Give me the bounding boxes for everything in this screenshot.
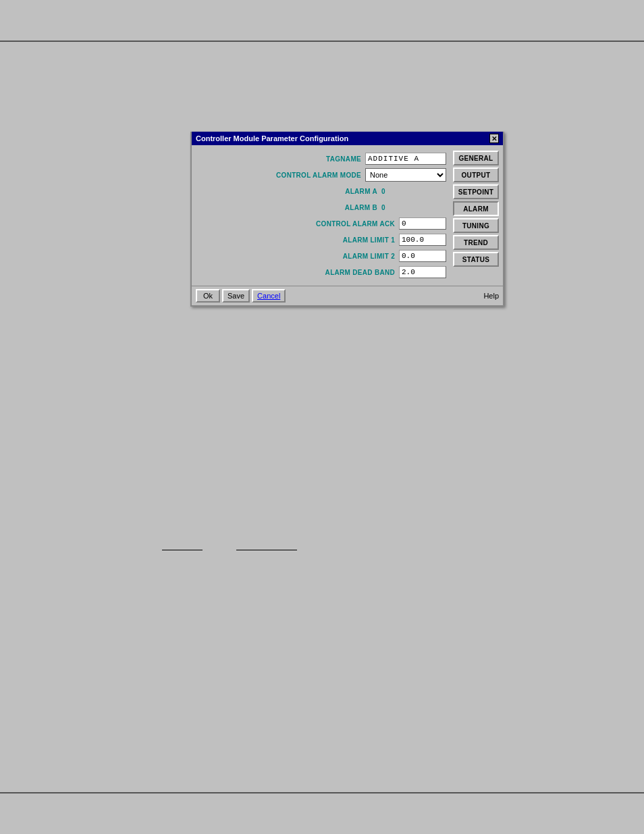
bottom-left-buttons: Ok Save Cancel	[196, 289, 286, 303]
alarm-limit-1-label: ALARM LIMIT 1	[343, 236, 395, 244]
tab-general[interactable]: GENERAL	[453, 151, 499, 165]
help-button[interactable]: Help	[483, 292, 499, 300]
alarm-limit-2-input[interactable]	[399, 250, 446, 262]
title-bar: Controller Module Parameter Configuratio…	[192, 132, 503, 145]
alarm-a-label: ALARM A	[345, 188, 377, 195]
alarm-dead-band-row: ALARM DEAD BAND	[198, 265, 446, 279]
tab-setpoint[interactable]: SETPOINT	[453, 184, 499, 199]
alarm-dead-band-label: ALARM DEAD BAND	[325, 269, 395, 276]
control-alarm-ack-label: CONTROL ALARM ACK	[316, 220, 395, 228]
tab-status[interactable]: STATUS	[453, 252, 499, 267]
tab-trend[interactable]: TREND	[453, 235, 499, 250]
control-alarm-mode-row: CONTROL ALARM MODE None High Low High-Hi…	[198, 168, 446, 182]
control-alarm-ack-row: CONTROL ALARM ACK	[198, 217, 446, 230]
tab-tuning[interactable]: TUNING	[453, 218, 499, 233]
tagname-label: TAGNAME	[326, 155, 361, 163]
tab-buttons-area: GENERAL OUTPUT SETPOINT ALARM TUNING TRE…	[453, 149, 499, 282]
dialog-bottom-bar: Ok Save Cancel Help	[192, 286, 503, 305]
underline-1	[162, 550, 203, 550]
alarm-limit-2-row: ALARM LIMIT 2	[198, 249, 446, 263]
alarm-dead-band-input[interactable]	[399, 266, 446, 278]
control-alarm-mode-label: CONTROL ALARM MODE	[276, 172, 361, 179]
alarm-limit-2-label: ALARM LIMIT 2	[343, 253, 395, 260]
bottom-border	[0, 792, 644, 793]
tagname-row: TAGNAME	[198, 152, 446, 165]
tab-alarm[interactable]: ALARM	[453, 201, 499, 216]
control-alarm-ack-input[interactable]	[399, 217, 446, 230]
alarm-b-row: ALARM B 0	[198, 201, 446, 214]
alarm-b-label: ALARM B	[345, 204, 377, 211]
tagname-input[interactable]	[365, 153, 446, 165]
control-alarm-mode-select[interactable]: None High Low High-High Low-Low	[365, 168, 446, 182]
top-border	[0, 41, 644, 42]
save-button[interactable]: Save	[222, 289, 250, 303]
dialog-window: Controller Module Parameter Configuratio…	[190, 132, 504, 307]
underline-2	[236, 550, 297, 550]
alarm-limit-1-row: ALARM LIMIT 1	[198, 233, 446, 246]
dialog-title: Controller Module Parameter Configuratio…	[196, 134, 348, 142]
alarm-b-value: 0	[381, 204, 395, 211]
tab-output[interactable]: OUTPUT	[453, 167, 499, 182]
alarm-a-value: 0	[381, 188, 395, 195]
ok-button[interactable]: Ok	[196, 289, 220, 303]
dialog-content: TAGNAME CONTROL ALARM MODE None High Low…	[192, 145, 503, 286]
form-area: TAGNAME CONTROL ALARM MODE None High Low…	[196, 149, 449, 282]
alarm-limit-1-input[interactable]	[399, 234, 446, 246]
cancel-button[interactable]: Cancel	[252, 289, 286, 303]
close-button[interactable]: ✕	[489, 134, 499, 143]
alarm-a-row: ALARM A 0	[198, 184, 446, 198]
